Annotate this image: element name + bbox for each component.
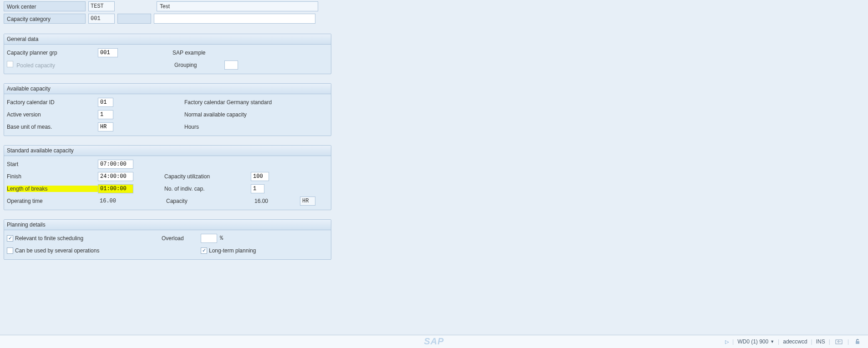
group-title-planning: Planning details bbox=[4, 220, 331, 230]
finite-scheduling-label: Relevant to finite scheduling bbox=[15, 235, 83, 242]
group-standard-capacity: Standard available capacity Start Finish… bbox=[4, 145, 331, 210]
group-title-available: Available capacity bbox=[4, 84, 331, 94]
length-of-breaks-label: Length of breaks bbox=[7, 186, 98, 192]
no-indiv-cap-input[interactable] bbox=[251, 184, 264, 193]
operating-time-value: 16.00 bbox=[98, 198, 135, 204]
overload-label: Overload bbox=[162, 235, 201, 242]
operating-time-label: Operating time bbox=[7, 198, 98, 204]
status-bar: SAP ▷ | WD0 (1) 900 ▼ | adeccwcd | INS |… bbox=[0, 335, 868, 348]
capacity-utilization-label: Capacity utilization bbox=[164, 173, 251, 180]
start-input[interactable] bbox=[98, 160, 133, 169]
capacity-category-label: Capacity category bbox=[4, 14, 86, 24]
base-uom-label: Base unit of meas. bbox=[7, 124, 98, 130]
factory-calendar-input[interactable] bbox=[98, 98, 113, 107]
several-operations-label: Can be used by several operations bbox=[15, 247, 99, 254]
group-planning-details: Planning details ✓ Relevant to finite sc… bbox=[4, 219, 331, 260]
length-of-breaks-input[interactable] bbox=[98, 184, 133, 193]
lock-icon[interactable] bbox=[853, 337, 863, 346]
factory-calendar-text: Factory calendar Germany standard bbox=[184, 99, 272, 106]
work-center-value: TEST bbox=[88, 1, 115, 11]
active-version-input[interactable] bbox=[98, 110, 113, 119]
sap-logo: SAP bbox=[424, 336, 444, 347]
pooled-capacity-checkbox bbox=[7, 61, 13, 67]
work-center-label: Work center bbox=[4, 1, 86, 11]
factory-calendar-label: Factory calendar ID bbox=[7, 99, 98, 106]
long-term-planning-label: Long-term planning bbox=[209, 247, 256, 254]
svg-rect-1 bbox=[856, 341, 859, 344]
work-center-desc: Test bbox=[157, 1, 318, 11]
capacity-planner-grp-input[interactable] bbox=[98, 48, 118, 57]
grouping-label: Grouping bbox=[174, 62, 224, 68]
system-dropdown[interactable]: WD0 (1) 900 ▼ bbox=[737, 338, 774, 345]
layout-icon[interactable] bbox=[834, 337, 844, 346]
finish-label: Finish bbox=[7, 173, 98, 180]
group-available-capacity: Available capacity Factory calendar ID F… bbox=[4, 83, 331, 136]
overload-input[interactable] bbox=[201, 234, 217, 243]
no-indiv-cap-label: No. of indiv. cap. bbox=[164, 186, 251, 192]
capacity-category-value: 001 bbox=[88, 14, 115, 24]
capacity-utilization-input[interactable] bbox=[251, 172, 269, 181]
capacity-uom: HR bbox=[300, 197, 315, 206]
base-uom-text: Hours bbox=[184, 124, 199, 130]
group-title-general: General data bbox=[4, 34, 331, 45]
capacity-category-desc-input[interactable] bbox=[154, 14, 315, 24]
long-term-planning-checkbox[interactable]: ✓ bbox=[201, 247, 207, 254]
capacity-planner-grp-text: SAP example bbox=[173, 50, 206, 56]
insert-mode-label: INS bbox=[816, 338, 825, 345]
grouping-input[interactable] bbox=[224, 61, 238, 70]
pooled-capacity-label: Pooled capacity bbox=[16, 62, 55, 69]
pooled-capacity-field: Pooled capacity bbox=[7, 61, 98, 69]
start-label: Start bbox=[7, 161, 98, 167]
active-version-label: Active version bbox=[7, 111, 98, 118]
overload-percent: % bbox=[220, 235, 223, 242]
chevron-down-icon: ▼ bbox=[770, 339, 774, 344]
capacity-value: 16.00 bbox=[253, 198, 282, 204]
capacity-planner-grp-label: Capacity planner grp bbox=[7, 50, 98, 56]
active-version-text: Normal available capacity bbox=[184, 111, 247, 118]
system-label: WD0 (1) 900 bbox=[737, 338, 768, 345]
capacity-category-extra bbox=[117, 14, 151, 24]
finish-input[interactable] bbox=[98, 172, 133, 181]
group-general-data: General data Capacity planner grp SAP ex… bbox=[4, 34, 331, 74]
capacity-label: Capacity bbox=[166, 198, 253, 204]
group-title-standard: Standard available capacity bbox=[4, 146, 331, 156]
several-operations-checkbox[interactable] bbox=[7, 247, 13, 254]
finite-scheduling-checkbox[interactable]: ✓ bbox=[7, 235, 13, 242]
server-label: adeccwcd bbox=[783, 338, 807, 345]
status-indicator-icon: ▷ bbox=[725, 339, 729, 345]
base-uom-input[interactable] bbox=[98, 122, 113, 131]
